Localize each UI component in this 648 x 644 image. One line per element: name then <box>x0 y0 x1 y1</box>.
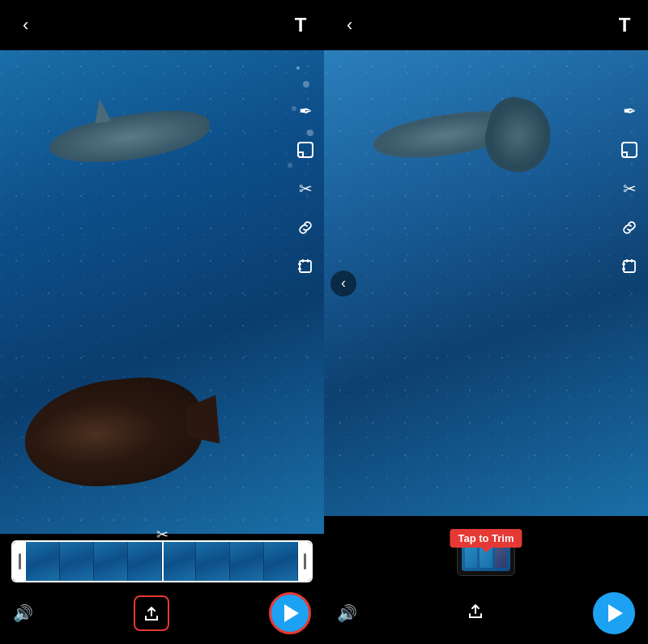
svg-rect-6 <box>622 143 637 157</box>
frame-5 <box>162 542 196 581</box>
right-play-button[interactable] <box>593 592 635 634</box>
left-video-bg <box>0 50 324 534</box>
timeline-handle-right[interactable] <box>298 542 311 581</box>
right-toolbar: T <box>612 13 637 37</box>
tap-to-trim-tooltip[interactable]: Tap to Trim <box>450 529 522 548</box>
left-panel: ‹ T ✒ ✂ <box>0 0 324 644</box>
right-top-bar: ‹ T <box>324 0 648 50</box>
mid-back-icon: ‹ <box>341 275 346 292</box>
left-top-bar: ‹ T <box>0 0 324 50</box>
frame-6 <box>196 542 230 581</box>
frame-2 <box>60 542 94 581</box>
right-scissors-tool-icon[interactable]: ✂ <box>617 177 642 201</box>
left-action-bar: 🔊 <box>8 589 316 638</box>
right-volume-icon[interactable]: 🔊 <box>337 603 357 623</box>
svg-rect-1 <box>300 261 311 272</box>
right-play-icon <box>608 604 623 622</box>
play-button[interactable] <box>269 592 311 634</box>
right-crop-tool-icon[interactable] <box>617 254 642 279</box>
volume-icon[interactable]: 🔊 <box>13 603 33 623</box>
timeline-playhead <box>162 542 164 581</box>
right-video-area: ✒ ✂ <box>324 50 648 516</box>
frame-8 <box>264 542 298 581</box>
left-bottom-controls: ✂ 🔊 <box>0 534 324 644</box>
frame-7 <box>230 542 264 581</box>
right-pen-tool-icon[interactable]: ✒ <box>617 99 642 123</box>
right-side-toolbar: ✒ ✂ <box>617 99 642 279</box>
mid-back-button[interactable]: ‹ <box>330 271 356 296</box>
right-share-button[interactable] <box>468 603 483 624</box>
left-side-toolbar: ✒ ✂ <box>293 99 318 279</box>
right-video-bg <box>324 50 648 516</box>
sticker-tool-icon[interactable] <box>293 138 318 162</box>
frame-1 <box>26 542 60 581</box>
link-tool-icon[interactable] <box>293 215 318 240</box>
left-back-button[interactable]: ‹ <box>11 8 40 42</box>
text-tool-icon[interactable]: T <box>288 13 313 37</box>
timeline-handle-left[interactable] <box>13 542 26 581</box>
play-icon <box>284 604 299 622</box>
right-link-tool-icon[interactable] <box>617 215 642 240</box>
timeline-bar[interactable] <box>11 540 313 582</box>
svg-rect-0 <box>298 143 313 157</box>
frame-3 <box>94 542 128 581</box>
svg-rect-7 <box>624 261 635 272</box>
left-video-area: ✒ ✂ <box>0 50 324 534</box>
timeline-container: ✂ <box>8 540 316 582</box>
share-button[interactable] <box>134 595 169 631</box>
right-action-bar: 🔊 <box>332 589 640 638</box>
right-sticker-tool-icon[interactable] <box>617 138 642 162</box>
scissors-tool-icon[interactable]: ✂ <box>293 177 318 201</box>
timeline-scissors-icon: ✂ <box>156 526 168 544</box>
right-text-tool-icon[interactable]: T <box>612 13 637 37</box>
bubbles <box>296 66 300 70</box>
right-back-button[interactable]: ‹ <box>335 8 364 42</box>
frame-4 <box>128 542 162 581</box>
crop-tool-icon[interactable] <box>293 254 318 279</box>
right-panel: ‹ T ✒ ✂ <box>324 0 648 644</box>
right-bottom-controls: Tap to Trim 🔊 <box>324 516 648 644</box>
left-toolbar: T <box>288 13 313 37</box>
pen-tool-icon[interactable]: ✒ <box>293 99 318 123</box>
